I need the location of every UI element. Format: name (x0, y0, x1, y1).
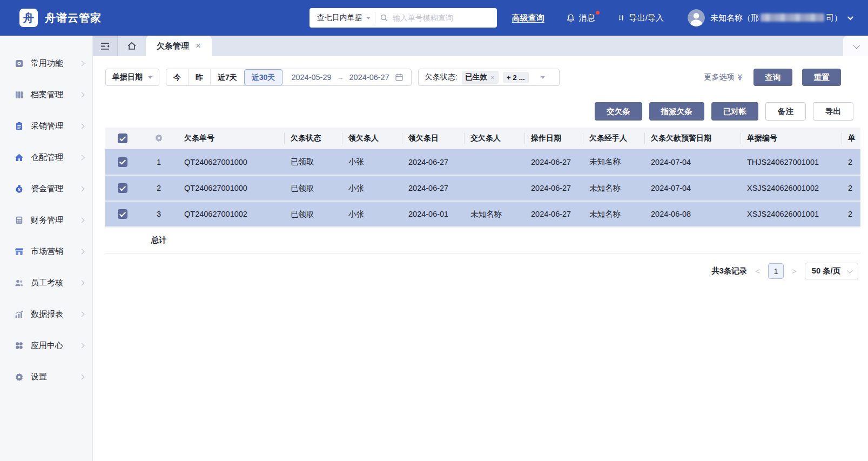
range-yesterday[interactable]: 昨 (188, 69, 210, 85)
iou-status-filter[interactable]: 欠条状态: 已生效 × + 2 ... (418, 69, 560, 86)
user-menu[interactable]: 未知名称（邢司） (688, 9, 852, 26)
export-import-button[interactable]: 导出/导入 (617, 13, 664, 23)
remove-tag-icon[interactable]: × (490, 74, 495, 82)
tab-list-dropdown[interactable] (843, 36, 868, 56)
sidebar-item-finance[interactable]: 财务管理 (0, 204, 92, 236)
prev-page-button[interactable]: < (754, 266, 761, 276)
sidebar-item-common-functions[interactable]: 常用功能 (0, 48, 92, 79)
bell-icon (566, 14, 575, 23)
col-iou-status: 欠条状态 (284, 128, 342, 149)
export-import-label: 导出/导入 (629, 13, 664, 23)
next-page-button[interactable]: > (791, 266, 798, 276)
app-logo-icon: 舟 (19, 9, 38, 27)
money-icon: ¥ (15, 184, 24, 193)
row-checkbox[interactable] (118, 183, 127, 193)
messages-label: 消息 (579, 13, 595, 23)
warehouse-icon (15, 153, 24, 162)
calculator-icon (15, 216, 24, 225)
sidebar-item-marketing[interactable]: 市场营销 (0, 236, 92, 267)
doc-number-link[interactable]: THJS240627001001 (741, 149, 842, 175)
doc-number-link[interactable]: XSJS240626001002 (741, 175, 842, 201)
chevron-right-icon (79, 61, 85, 66)
cell-iou-number: QT240627001000 (178, 149, 284, 175)
assign-iou-button[interactable]: 指派欠条 (649, 102, 704, 121)
chevron-right-icon (79, 249, 85, 254)
range-today[interactable]: 今 (166, 69, 188, 85)
status-filter-label: 欠条状态: (425, 72, 457, 82)
reconciled-button[interactable]: 已对帐 (711, 102, 759, 121)
tabbar: 欠条管理 × (93, 36, 868, 56)
collapse-sidebar-button[interactable] (93, 36, 118, 56)
doc-number-link[interactable]: XSJS240626001001 (741, 201, 842, 227)
iou-table: 欠条单号 欠条状态 领欠条人 领欠条日 交欠条人 操作日期 欠条经手人 欠条欠款… (105, 128, 860, 253)
search-input[interactable] (393, 14, 492, 22)
chevron-down-icon (366, 17, 371, 19)
user-name: 未知名称（邢司） (710, 13, 842, 23)
table-row[interactable]: 2 QT240627001000 已领取 小张 2024-06-27 2024-… (105, 175, 860, 201)
advanced-search-link[interactable]: 高级查询 (512, 13, 544, 23)
double-chevron-icon: ≫ (737, 74, 744, 81)
total-records: 共3条记录 (711, 266, 747, 276)
range-30days[interactable]: 近30天 (244, 69, 283, 85)
sidebar-item-staff-assessment[interactable]: 员工考核 (0, 267, 92, 298)
collapse-menu-icon (100, 42, 110, 51)
pagination: 共3条记录 < 1 > 50 条/页 (105, 263, 858, 279)
updown-arrows-icon (617, 14, 625, 22)
sidebar-item-warehouse[interactable]: 仓配管理 (0, 142, 92, 173)
avatar (688, 9, 705, 26)
cell-iou-number: QT240627001000 (178, 175, 284, 201)
messages-button[interactable]: 消息 (566, 13, 595, 23)
tab-iou-management[interactable]: 欠条管理 × (146, 36, 212, 56)
logo-glyph: 舟 (23, 11, 34, 25)
summary-label: 总计 (140, 227, 178, 253)
clipboard-icon (15, 122, 24, 131)
start-date: 2024-05-29 (291, 73, 331, 82)
row-checkbox[interactable] (118, 157, 127, 167)
table-row[interactable]: 1 QT240627001000 已领取 小张 2024-06-27 2024-… (105, 149, 860, 175)
cell-status: 已领取 (284, 201, 342, 227)
sidebar-item-settings[interactable]: 设置 (0, 361, 92, 392)
calendar-icon (395, 73, 403, 82)
cell-status: 已领取 (284, 149, 342, 175)
col-handler: 欠条经手人 (583, 128, 644, 149)
reset-button[interactable]: 重置 (802, 69, 841, 86)
sidebar-item-archives[interactable]: 档案管理 (0, 79, 92, 110)
col-receive-date: 领欠条日 (402, 128, 464, 149)
deliver-iou-button[interactable]: 交欠条 (595, 102, 642, 121)
close-icon[interactable]: × (196, 41, 201, 51)
export-button[interactable]: 导出 (813, 102, 853, 121)
page-number[interactable]: 1 (768, 263, 784, 279)
divider (375, 12, 375, 23)
status-tag-effective: 已生效 × (462, 71, 499, 84)
col-operation-date: 操作日期 (524, 128, 583, 149)
search-scope-label: 查七日内单据 (317, 13, 362, 23)
home-tab[interactable] (118, 36, 146, 56)
select-all-checkbox[interactable] (118, 133, 127, 143)
search-icon (380, 14, 388, 22)
sidebar-item-reports[interactable]: 数据报表 (0, 298, 92, 330)
date-range-picker: 今 昨 近7天 近30天 2024-05-29 → 2024-06-27 (166, 69, 412, 86)
search-scope-dropdown[interactable]: 查七日内单据 (317, 13, 371, 23)
date-field-dropdown[interactable]: 单据日期 (105, 69, 159, 86)
col-receiver: 领欠条人 (342, 128, 402, 149)
sidebar-item-funds[interactable]: ¥ 资金管理 (0, 173, 92, 204)
sidebar-item-app-center[interactable]: 应用中心 (0, 330, 92, 361)
archive-icon (15, 90, 24, 99)
query-button[interactable]: 查询 (753, 69, 792, 86)
range-7days[interactable]: 近7天 (210, 69, 244, 85)
chevron-right-icon (79, 155, 85, 160)
apps-icon (15, 59, 24, 68)
table-row[interactable]: 3 QT240627001002 已领取 小张 2024-06-01 未知名称 … (105, 201, 860, 227)
chevron-down-icon (853, 42, 860, 49)
app-title: 舟谱云管家 (45, 11, 102, 25)
sidebar-item-purchase-sales[interactable]: 采销管理 (0, 110, 92, 142)
svg-text:¥: ¥ (18, 186, 21, 192)
storefront-icon (15, 247, 24, 256)
row-checkbox[interactable] (118, 209, 127, 219)
more-options-link[interactable]: 更多选项 ≫ (704, 72, 744, 82)
page-size-select[interactable]: 50 条/页 (805, 263, 858, 279)
date-range-values[interactable]: 2024-05-29 → 2024-06-27 (282, 73, 411, 82)
chevron-down-icon (541, 76, 545, 79)
remark-button[interactable]: 备注 (765, 102, 806, 121)
column-settings-gear-icon[interactable] (154, 133, 163, 142)
